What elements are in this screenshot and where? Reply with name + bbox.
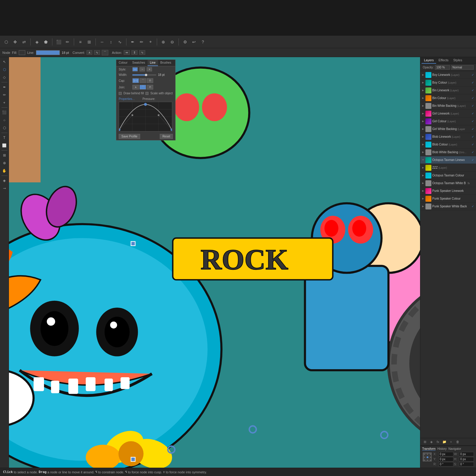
visibility-eye[interactable]: ✓ — [471, 81, 475, 85]
vector-tool-icon[interactable]: ✥ — [11, 38, 19, 46]
visibility-eye[interactable]: ✓ — [471, 112, 475, 116]
blend-mode-select[interactable]: Normal — [451, 65, 474, 70]
dotted-style-btn[interactable]: ⌖ — [147, 67, 152, 71]
reset-btn[interactable]: Reset — [160, 134, 173, 139]
x-input[interactable]: 0 px — [439, 452, 453, 456]
scale-object-checkbox[interactable] — [145, 92, 148, 95]
styles-tab[interactable]: Styles — [451, 57, 464, 64]
layer-item-octopus-white[interactable]: ▶ Octopus Taxman White B fx — [420, 179, 476, 187]
shape-tool[interactable]: ⬛ — [1, 109, 8, 116]
visibility-eye[interactable] — [471, 189, 475, 193]
visibility-eye[interactable]: ✓ — [471, 143, 475, 147]
layer-item-punk-white[interactable]: ▶ Punk Speaker White Back ✓ — [420, 203, 476, 210]
visibility-eye[interactable] — [471, 181, 475, 185]
flip-h-icon[interactable]: ↔ — [98, 38, 106, 46]
edit-icon[interactable]: ✏ — [64, 38, 71, 46]
pen-icon[interactable]: ✒ — [129, 38, 137, 46]
history-icon[interactable]: ↩ — [190, 38, 198, 46]
line-tab[interactable]: Line — [148, 60, 158, 66]
help-icon[interactable]: ? — [199, 38, 207, 46]
flip-v-icon[interactable]: ↕ — [107, 38, 115, 46]
corner-tool[interactable]: ◇ — [1, 74, 8, 81]
layer-add-btn[interactable]: + — [448, 439, 454, 444]
layer-item-boy-linework[interactable]: ▶ Boy Linework (Layer) ✓ — [420, 71, 476, 79]
layer-item-blob-colour[interactable]: ▶ Blob Colour (Layer) ✓ — [420, 141, 476, 148]
place-icon[interactable]: ⬛ — [55, 38, 62, 46]
round-cap-btn[interactable]: ⌒ — [140, 78, 146, 83]
y-input[interactable]: 0 px — [439, 457, 453, 461]
layer-icon[interactable]: ◈ — [33, 38, 41, 46]
expand-icon[interactable]: ▶ — [422, 190, 425, 192]
layer-item-bin-white[interactable]: ▶ Bin White Backing (Layer) ✓ — [420, 102, 476, 110]
s-input[interactable]: 0 ° — [459, 462, 474, 466]
convert-corner-btn[interactable]: ∧ — [87, 50, 92, 55]
node-tool[interactable]: ⬡ — [1, 66, 8, 73]
layer-item-girl-white[interactable]: ▶ Girl White Backing (Layer ✓ — [420, 125, 476, 133]
expand-icon[interactable]: ▶ — [422, 97, 425, 100]
line-swatch[interactable] — [36, 50, 60, 55]
properties-link[interactable]: Properties... — [119, 97, 135, 101]
node-tool-icon[interactable]: ⬡ — [2, 38, 10, 46]
save-profile-btn[interactable]: Save Profile — [119, 134, 140, 139]
dashed-style-btn[interactable]: ╌ — [140, 67, 145, 71]
layer-item-punk-linework[interactable]: ▶ Punk Speaker Linework — [420, 187, 476, 195]
layer-item-bin-linework[interactable]: ▶ Bin Linework (Layer) ✓ — [420, 87, 476, 94]
layer-item-girl-colour[interactable]: ▶ Girl Colour (Layer) ✓ — [420, 118, 476, 125]
visibility-eye[interactable] — [471, 166, 475, 170]
round-join-btn[interactable]: ⌒ — [140, 85, 146, 90]
expand-icon[interactable]: ▶ — [422, 135, 425, 138]
action-break-btn[interactable]: ⇔ — [124, 50, 130, 55]
square-cap-btn[interactable]: ⊓ — [147, 78, 153, 83]
expand-icon[interactable]: ▶ — [422, 128, 425, 131]
visibility-eye[interactable]: ✓ — [471, 73, 475, 77]
canvas-area[interactable]: ROCK $ — [9, 57, 420, 468]
export-icon[interactable]: ⬟ — [42, 38, 50, 46]
layer-item-punk-colour[interactable]: ▶ Punk Speaker Colour — [420, 195, 476, 203]
pencil-tool[interactable]: ✏ — [1, 91, 8, 98]
visibility-eye[interactable]: ✓ — [471, 119, 475, 123]
expand-icon[interactable]: ▶ — [422, 205, 425, 208]
visibility-eye[interactable]: ✓ — [471, 135, 475, 139]
visibility-eye[interactable]: ✓ — [471, 104, 475, 108]
layer-item-girl-linework[interactable]: ▶ Girl Linework (Layer) ✓ — [420, 110, 476, 118]
select-tool[interactable]: ↖ — [1, 58, 8, 65]
action-join-btn[interactable]: ⇕ — [131, 50, 137, 55]
transform-origin-widget[interactable] — [423, 452, 432, 461]
brush-tool[interactable]: ⌖ — [1, 99, 8, 106]
expand-icon[interactable]: ▶ — [422, 104, 425, 107]
solid-style-btn[interactable]: — — [132, 67, 138, 71]
visibility-eye[interactable]: ✓ — [471, 204, 475, 209]
expand-icon[interactable]: ▶ — [422, 73, 425, 76]
visibility-eye[interactable]: ✓ — [471, 96, 475, 100]
crop-tool[interactable]: ⊞ — [1, 152, 8, 159]
miter-join-btn[interactable]: ∧ — [132, 85, 139, 90]
expand-icon[interactable]: ▶ — [422, 81, 425, 84]
draw-behind-checkbox[interactable] — [119, 92, 122, 95]
visibility-eye[interactable] — [471, 173, 475, 178]
expand-icon[interactable]: ▶ — [422, 151, 425, 154]
h-input[interactable]: 0 px — [459, 457, 474, 461]
expand-icon[interactable]: ▶ — [422, 182, 425, 185]
layer-item-blob-linework[interactable]: ▶ Blob Linework (Layer) ✓ — [420, 133, 476, 141]
fill-swatch[interactable] — [19, 50, 25, 55]
brushes-tab[interactable]: Brushes — [158, 60, 174, 66]
expand-icon[interactable]: ▶ — [422, 174, 425, 177]
layer-item-zzz[interactable]: ▶ ZZZ (Layer) — [420, 164, 476, 172]
r-input[interactable]: 0 ° — [439, 462, 453, 466]
navigator-tab[interactable]: Navigator — [448, 447, 461, 451]
action-smooth-btn[interactable]: ∿ — [139, 50, 145, 55]
zoom-in-icon[interactable]: ⊕ — [159, 38, 167, 46]
artwork-canvas[interactable]: ROCK $ — [9, 57, 420, 468]
expand-icon[interactable]: ▶ — [422, 112, 425, 115]
layer-folder-btn[interactable]: 📁 — [442, 439, 447, 444]
colour-tab[interactable]: Colour — [116, 60, 130, 66]
pencil-icon[interactable]: ✏ — [138, 38, 145, 46]
layer-item-blob-white[interactable]: ▶ Blob White Backing (Gro... ✓ — [420, 148, 476, 156]
text-tool[interactable]: T — [1, 134, 8, 141]
history-tab[interactable]: History — [437, 447, 447, 451]
align-icon[interactable]: ≡ — [76, 38, 84, 46]
grid-icon[interactable]: ⊞ — [85, 38, 93, 46]
w-input[interactable]: 0 px — [459, 452, 474, 456]
layers-tab[interactable]: Layers — [422, 57, 436, 64]
expand-icon[interactable]: ▶ — [422, 120, 425, 123]
